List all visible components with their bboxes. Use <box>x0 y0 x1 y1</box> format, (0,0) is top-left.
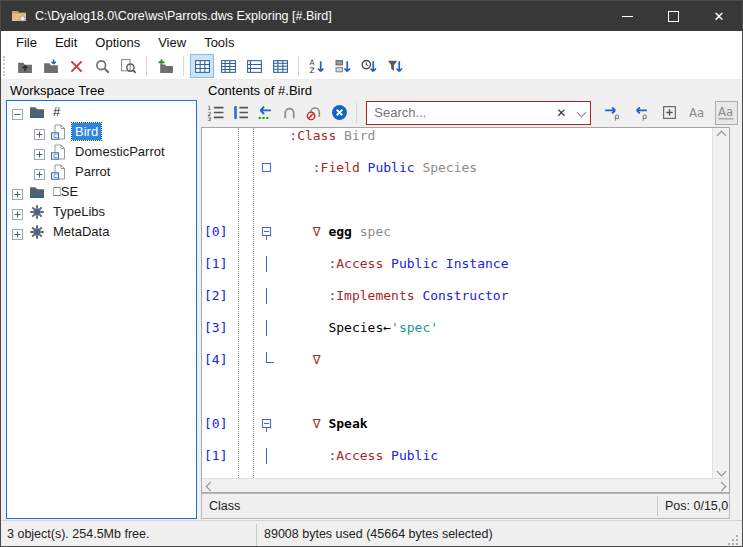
view-small-icons-icon[interactable] <box>216 54 240 78</box>
tree-item-metadata[interactable]: MetaData <box>7 222 196 241</box>
clear-search-icon[interactable] <box>328 101 351 125</box>
vertical-scrollbar[interactable] <box>712 128 729 478</box>
tree-item-parrot[interactable]: CParrot <box>7 162 196 181</box>
expand-icon[interactable] <box>34 126 45 137</box>
close-button[interactable]: ✕ <box>696 1 742 31</box>
function-tree-icon[interactable] <box>229 101 252 125</box>
tree-item-typelibs[interactable]: TypeLibs <box>7 202 196 221</box>
move-into-icon[interactable] <box>38 54 62 78</box>
maximize-button[interactable] <box>650 1 696 31</box>
code-text: :Implements Constructor <box>258 288 508 304</box>
code-text: :Access Public <box>258 448 438 464</box>
code-line-0: :Class Bird <box>202 128 713 144</box>
overstrike-off-icon[interactable] <box>303 101 326 125</box>
search-prev-icon[interactable]: ρ <box>629 101 652 125</box>
menu-edit[interactable]: Edit <box>46 33 86 52</box>
expand-icon[interactable] <box>34 146 45 157</box>
expand-icon[interactable] <box>12 226 23 237</box>
expand-icon[interactable] <box>12 206 23 217</box>
code-text: :Access Public Instance <box>258 256 508 272</box>
minimize-icon <box>622 16 633 17</box>
menu-tools[interactable]: Tools <box>195 33 243 52</box>
align-comments-icon[interactable] <box>253 101 276 125</box>
find-objects-icon[interactable] <box>116 54 140 78</box>
close-icon: ✕ <box>714 9 725 24</box>
match-case-icon[interactable]: Aa <box>687 101 710 125</box>
class-doc-icon: C <box>51 144 67 160</box>
scroll-down-button[interactable] <box>713 464 729 478</box>
sort-date-icon[interactable] <box>357 54 381 78</box>
svg-text:Aa: Aa <box>718 105 733 119</box>
match-word-icon[interactable]: Aa <box>715 101 738 125</box>
find-icon[interactable] <box>90 54 114 78</box>
view-details-icon[interactable] <box>268 54 292 78</box>
line-number: [0] <box>204 416 227 432</box>
tree-item-#[interactable]: # <box>7 102 196 121</box>
tree-item-label: ⎕SE <box>50 183 81 201</box>
code-editor[interactable]: :Class Bird :Field Public Species[0] ∇ e… <box>202 128 713 478</box>
minimize-button[interactable] <box>604 1 650 31</box>
object-count-status: 3 object(s). 254.5Mb free. <box>7 527 149 541</box>
toolbar-separator <box>146 56 147 76</box>
view-list-icon[interactable] <box>242 54 266 78</box>
workspace-tree[interactable]: #CBirdCDomesticParrotCParrot⎕SETypeLibsM… <box>6 100 197 519</box>
toolbar-separator <box>183 56 184 76</box>
search-clear-icon[interactable]: ✕ <box>550 106 572 120</box>
class-doc-icon: C <box>51 124 67 140</box>
svg-text:C: C <box>53 153 57 159</box>
menu-view[interactable]: View <box>149 33 195 52</box>
move-up-icon[interactable] <box>12 54 36 78</box>
workspace-tree-header: Workspace Tree <box>10 83 104 98</box>
horizontal-scrollbar[interactable] <box>202 478 729 492</box>
menu-file[interactable]: File <box>7 33 46 52</box>
sort-size-icon[interactable] <box>383 54 407 78</box>
svg-text:ρ: ρ <box>614 112 619 121</box>
menu-options[interactable]: Options <box>86 33 149 52</box>
menu-bar: FileEditOptionsViewTools <box>1 31 742 53</box>
search-input[interactable] <box>367 105 550 120</box>
chevron-up-icon <box>716 130 726 140</box>
memory-status: 89008 bytes used (45664 bytes selected) <box>264 527 493 541</box>
title-bar[interactable]: C:\Dyalog18.0\Core\ws\Parrots.dws Explor… <box>1 1 742 31</box>
tree-item-label: Bird <box>72 123 101 140</box>
status-divider <box>256 524 257 546</box>
editor-frame: :Class Bird :Field Public Species[0] ∇ e… <box>201 127 730 493</box>
collapse-icon[interactable] <box>12 106 23 117</box>
code-text: ∇ Speak <box>258 416 368 432</box>
new-namespace-icon[interactable] <box>153 54 177 78</box>
main-toolbar: AZ <box>1 53 742 80</box>
view-large-icons-icon[interactable] <box>190 54 214 78</box>
app-icon <box>11 8 27 24</box>
line-numbers-icon[interactable]: 123 <box>204 101 227 125</box>
expand-all-icon[interactable] <box>658 101 681 125</box>
scroll-right-button[interactable] <box>713 479 729 493</box>
overstrike-icon[interactable] <box>278 101 301 125</box>
expand-icon[interactable] <box>12 186 23 197</box>
resize-grip[interactable] <box>727 534 739 546</box>
code-line-5: [2] :Implements Constructor <box>202 288 713 304</box>
scroll-up-button[interactable] <box>713 128 729 142</box>
code-text: :Class Bird <box>258 128 375 144</box>
code-text: Species←'spec' <box>258 320 438 336</box>
tree-item-label: TypeLibs <box>50 203 108 220</box>
search-next-icon[interactable]: ρ <box>600 101 623 125</box>
editor-status-bar: Class Pos: 0/15,0 <box>201 493 730 519</box>
ns-folder-icon <box>29 184 45 200</box>
tree-item-se[interactable]: ⎕SE <box>7 182 196 201</box>
scroll-left-button[interactable] <box>202 479 218 493</box>
expand-icon[interactable] <box>34 166 45 177</box>
sort-name-icon[interactable]: AZ <box>305 54 329 78</box>
code-text: ∇ egg spec <box>258 224 391 240</box>
delete-icon[interactable] <box>64 54 88 78</box>
sort-type-icon[interactable] <box>331 54 355 78</box>
tree-item-bird[interactable]: CBird <box>7 122 196 141</box>
contents-header: Contents of #.Bird <box>208 83 312 98</box>
code-line-1: :Field Public Species <box>202 160 713 176</box>
tree-item-label: DomesticParrot <box>72 143 168 160</box>
toolbar-grip[interactable] <box>3 56 8 76</box>
svg-text:Z: Z <box>309 66 314 75</box>
tree-item-label: MetaData <box>50 223 112 240</box>
tree-item-domesticparrot[interactable]: CDomesticParrot <box>7 142 196 161</box>
search-dropdown-icon[interactable] <box>572 109 590 116</box>
svg-text:ρ: ρ <box>642 112 647 121</box>
